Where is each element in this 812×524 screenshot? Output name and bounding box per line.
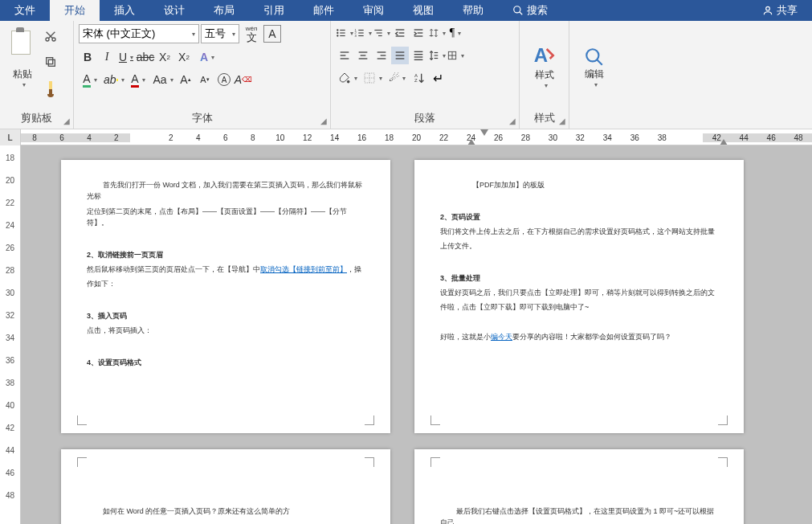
tab-review[interactable]: 审阅 — [349, 0, 398, 21]
svg-rect-7 — [48, 59, 55, 66]
svg-rect-8 — [47, 58, 53, 64]
tab-help[interactable]: 帮助 — [448, 0, 498, 21]
first-line-indent-marker[interactable] — [480, 129, 488, 136]
decrease-indent-button[interactable] — [391, 24, 409, 42]
subscript-button[interactable]: X2 — [156, 48, 173, 66]
heading: 3、插入页码 — [87, 311, 365, 321]
font-size-dropdown[interactable]: 五号▾ — [201, 24, 239, 43]
tab-design[interactable]: 设计 — [149, 0, 199, 21]
snap-to-grid-button[interactable]: ▾ — [447, 47, 464, 64]
strikethrough-button[interactable]: abc — [137, 48, 154, 66]
show-hide-button[interactable]: ¶▾ — [447, 24, 464, 42]
group-font: 宋体 (中文正文)▾ 五号▾ wén文 A B I U▾ abc X2 X2 A… — [74, 21, 331, 129]
ruler-horizontal[interactable]: L 86422468101214161820222426283032343638… — [0, 129, 812, 145]
font-dialog-launcher[interactable]: ◢ — [320, 117, 327, 125]
asian-layout-button[interactable]: ▾ — [428, 24, 446, 42]
svg-text:3: 3 — [355, 34, 357, 38]
cut-button[interactable] — [42, 27, 59, 45]
svg-text:A: A — [414, 73, 418, 78]
styles-button[interactable]: A 样式▾ — [524, 24, 564, 108]
text: 点击，将页码插入： — [87, 325, 365, 336]
font-name-dropdown[interactable]: 宋体 (中文正文)▾ — [79, 24, 199, 43]
heading: 4、设置页码格式 — [87, 358, 365, 368]
text: 最后我们右键点击选择【设置页码格式】，在这里页码设置为 1 即可~还可以根据自己 — [440, 506, 718, 524]
link-editor[interactable]: 编今天 — [491, 333, 512, 341]
group-label-editing — [574, 110, 614, 127]
highlight-button[interactable]: A▾ — [79, 71, 101, 88]
group-label-paragraph: 段落 — [336, 108, 514, 127]
paste-button[interactable]: 粘贴 ▾ — [5, 24, 40, 90]
svg-point-13 — [337, 35, 338, 36]
editing-button[interactable]: 编辑▾ — [574, 24, 614, 110]
right-indent-marker[interactable] — [720, 139, 728, 145]
copy-button[interactable] — [42, 53, 59, 71]
character-border-button[interactable]: A — [263, 25, 281, 43]
clear-formatting-button[interactable]: A⌫ — [235, 71, 252, 88]
tab-home[interactable]: 开始 — [50, 0, 100, 21]
text: 上传文件。 — [440, 240, 718, 252]
page-3: 如何在 Word 的任意一页插入页码？原来还有这么简单的方 — [61, 449, 390, 524]
link-uncheck[interactable]: 取消勾选【链接到前至前】 — [260, 265, 347, 273]
shading-button[interactable]: ▾ — [336, 69, 360, 87]
change-case-button[interactable]: Aa▾ — [151, 71, 175, 88]
tab-view[interactable]: 视图 — [398, 0, 448, 21]
clipboard-dialog-launcher[interactable]: ◢ — [63, 117, 70, 125]
increase-indent-button[interactable] — [410, 24, 427, 42]
paragraph-dialog-launcher[interactable]: ◢ — [509, 117, 516, 125]
enclose-char-button[interactable]: A — [215, 71, 233, 88]
tab-layout[interactable]: 布局 — [199, 0, 249, 21]
svg-point-9 — [337, 30, 338, 31]
align-right-button[interactable] — [373, 47, 390, 64]
menu-bar: 文件 开始 插入 设计 布局 引用 邮件 审阅 视图 帮助 搜索 共享 — [0, 0, 812, 21]
page-4: 最后我们右键点击选择【设置页码格式】，在这里页码设置为 1 即可~还可以根据自己 — [414, 449, 744, 524]
borders-button[interactable]: ▾ — [361, 69, 385, 87]
align-left-button[interactable] — [336, 47, 353, 64]
group-label-font: 字体 — [79, 108, 325, 127]
align-distributed-button[interactable] — [410, 47, 427, 64]
text: 我们将文件上传上去之后，在下方根据自己的需求设置好页码格式，这个网站支持批量 — [440, 226, 718, 237]
tab-insert[interactable]: 插入 — [100, 0, 149, 21]
group-label-styles: 样式 — [524, 108, 564, 127]
share-button[interactable]: 共享 — [748, 0, 812, 21]
group-clipboard: 粘贴 ▾ 剪贴板 ◢ — [0, 21, 74, 129]
ruler-vertical[interactable]: 18202224262830323436384042444648 — [0, 145, 21, 524]
grow-font-button[interactable]: A▴ — [177, 71, 194, 88]
heading: 3、批量处理 — [440, 273, 718, 284]
search-button[interactable]: 搜索 — [498, 0, 562, 21]
text: 作如下： — [87, 278, 365, 289]
char-scaling-button[interactable]: ☄▾ — [386, 69, 410, 87]
group-label-clipboard: 剪贴板 — [5, 108, 68, 127]
svg-point-65 — [586, 49, 598, 61]
clipboard-icon — [10, 26, 35, 56]
format-painter-button[interactable] — [42, 79, 59, 96]
phonetic-guide-button[interactable]: wén文 — [241, 25, 262, 43]
numbering-button[interactable]: 123▾ — [354, 24, 372, 42]
text: 【PDF加加加】的板版 — [440, 179, 718, 190]
align-center-button[interactable] — [354, 47, 372, 64]
font-color-button[interactable]: A▾ — [127, 71, 149, 88]
svg-text:Z: Z — [414, 78, 418, 83]
align-justify-button[interactable] — [391, 47, 409, 64]
text: 件啦，点击【立即下载】即可下载到电脑中了~ — [440, 301, 718, 313]
underline-button[interactable]: U▾ — [117, 48, 135, 66]
superscript-button[interactable]: X2 — [175, 48, 193, 66]
highlight-color-button[interactable]: ab▾ — [103, 71, 125, 88]
tab-file[interactable]: 文件 — [0, 0, 50, 21]
bullets-button[interactable]: ▾ — [336, 24, 353, 42]
tab-mail[interactable]: 邮件 — [299, 0, 349, 21]
hanging-indent-marker[interactable] — [467, 139, 475, 145]
tab-references[interactable]: 引用 — [249, 0, 299, 21]
text-effects-button[interactable]: A▾ — [194, 48, 220, 66]
show-formatting-button[interactable]: ↵ — [429, 69, 447, 87]
line-spacing-button[interactable]: ▾ — [428, 47, 446, 64]
multilevel-list-button[interactable]: ▾ — [373, 24, 390, 42]
svg-point-11 — [337, 32, 338, 33]
svg-line-66 — [597, 59, 602, 65]
tab-selector[interactable]: L — [0, 129, 21, 145]
document-area[interactable]: 首先我们打开一份 Word 文档，加入我们需要在第三页插入页码，那么我们将鼠标光… — [21, 145, 812, 524]
italic-button[interactable]: I — [98, 48, 116, 66]
sort-button[interactable]: AZ — [410, 69, 428, 87]
styles-dialog-launcher[interactable]: ◢ — [559, 117, 565, 125]
shrink-font-button[interactable]: A▾ — [196, 71, 214, 88]
bold-button[interactable]: B — [79, 48, 96, 66]
